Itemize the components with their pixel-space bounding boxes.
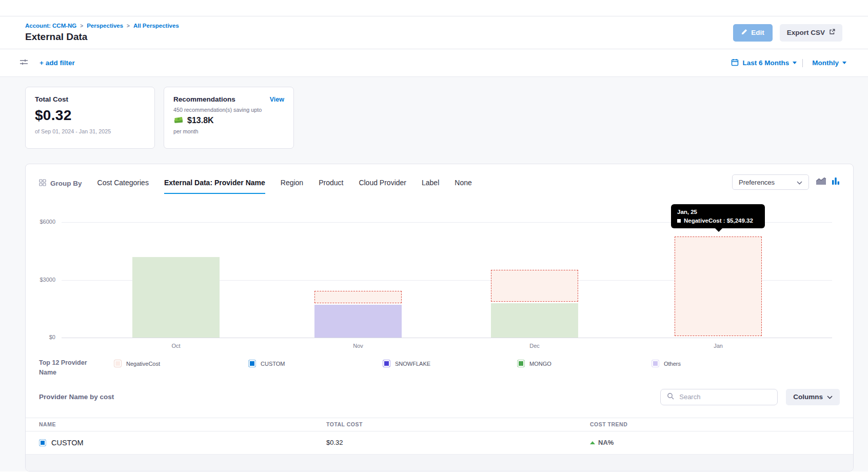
date-range-dropdown[interactable]: Last 6 Months — [742, 59, 789, 67]
bar-nov-others[interactable] — [314, 305, 402, 338]
cell-cost-trend: NA% — [590, 439, 840, 446]
time-controls: Last 6 Months Monthly — [731, 58, 846, 68]
preferences-dropdown[interactable]: Preferences — [732, 174, 809, 190]
chevron-down-icon[interactable] — [842, 62, 846, 64]
edit-button-label: Edit — [751, 29, 764, 36]
table-toolbar: Provider Name by cost Columns — [26, 378, 853, 405]
x-axis-tick: Oct — [155, 343, 196, 349]
granularity-dropdown[interactable]: Monthly — [812, 59, 839, 67]
total-cost-period: of Sep 01, 2024 - Jan 31, 2025 — [35, 128, 145, 134]
recommendations-label: Recommendations — [173, 95, 235, 103]
total-cost-value: $0.32 — [35, 107, 145, 124]
legend-item-custom[interactable]: CUSTOM — [248, 360, 383, 367]
legend-item-mongo[interactable]: MONGO — [517, 360, 652, 367]
chart-tooltip: Jan, 25 NegativeCost : $5,249.32 — [671, 204, 765, 228]
cost-chart: Jan, 25 NegativeCost : $5,249.32 $0$3000… — [26, 199, 853, 353]
table-body: CUSTOM$0.32NA% — [26, 431, 853, 455]
filter-sliders-icon[interactable] — [19, 58, 28, 68]
view-recommendations-link[interactable]: View — [270, 96, 284, 103]
tab-none[interactable]: None — [455, 179, 471, 194]
group-by-label: Group By — [39, 179, 82, 194]
chart-controls: Preferences — [732, 174, 840, 194]
content-area: Total Cost $0.32 of Sep 01, 2024 - Jan 3… — [0, 77, 868, 471]
filter-bar: + add filter Last 6 Months Monthly — [0, 49, 868, 77]
bar-jan-negativecost[interactable] — [675, 237, 762, 336]
bar-dec-mongo[interactable] — [491, 303, 578, 338]
legend-title: Top 12 Provider Name — [39, 358, 106, 378]
cell-name: CUSTOM — [39, 439, 326, 447]
export-csv-button[interactable]: Export CSV — [780, 24, 842, 42]
legend-label: SNOWFLAKE — [395, 361, 430, 367]
legend-item-snowflake[interactable]: SNOWFLAKE — [383, 360, 517, 367]
legend-swatch-icon — [248, 360, 256, 367]
y-axis-tick: $6000 — [26, 219, 55, 225]
page-title: External Data — [25, 31, 179, 43]
add-filter-button[interactable]: + add filter — [40, 59, 75, 67]
recommendations-card: Recommendations View 450 recommendation(… — [164, 87, 294, 149]
perspective-page: Account: CCM-NG>Perspectives>All Perspec… — [0, 0, 868, 472]
provider-name: CUSTOM — [51, 439, 84, 447]
header-left: Account: CCM-NG>Perspectives>All Perspec… — [25, 23, 179, 43]
search-icon — [667, 392, 674, 402]
chevron-down-icon[interactable] — [793, 62, 797, 64]
export-csv-label: Export CSV — [787, 29, 825, 36]
provider-swatch-icon — [39, 439, 46, 446]
edit-button[interactable]: Edit — [733, 24, 773, 42]
legend-label: Others — [664, 361, 681, 367]
bar-nov-negativecost[interactable] — [314, 291, 402, 303]
search-input[interactable] — [678, 392, 771, 401]
top-strip — [0, 0, 868, 16]
calendar-icon — [731, 58, 739, 68]
total-cost-card: Total Cost $0.32 of Sep 01, 2024 - Jan 3… — [25, 87, 155, 149]
legend-label: CUSTOM — [261, 361, 285, 367]
tab-region[interactable]: Region — [281, 179, 303, 194]
x-axis-tick: Dec — [514, 343, 555, 349]
x-axis-tick: Jan — [698, 343, 739, 349]
tab-product[interactable]: Product — [319, 179, 343, 194]
tooltip-series-marker — [677, 219, 681, 223]
column-header-cost-trend[interactable]: COST TREND — [590, 421, 840, 427]
bar-oct-mongo[interactable] — [132, 257, 220, 338]
pencil-icon — [741, 29, 747, 36]
legend-swatch-icon — [517, 360, 525, 367]
legend-item-others[interactable]: Others — [652, 360, 786, 367]
gridline — [62, 338, 832, 338]
column-header-total-cost[interactable]: TOTAL COST — [326, 421, 590, 427]
tab-external-data-provider-name[interactable]: External Data: Provider Name — [164, 179, 265, 194]
legend-swatch-icon — [114, 360, 122, 367]
grid-icon — [39, 179, 46, 188]
trend-value: NA% — [598, 439, 614, 446]
breadcrumb-account[interactable]: Account: CCM-NG — [25, 23, 76, 29]
tooltip-value: NegativeCost : $5,249.32 — [684, 218, 753, 224]
tab-cloud-provider[interactable]: Cloud Provider — [359, 179, 406, 194]
legend-item-negativecost[interactable]: NegativeCost — [114, 360, 248, 367]
money-icon — [173, 115, 184, 126]
bar-dec-negativecost[interactable] — [491, 270, 578, 302]
legend-label: NegativeCost — [126, 361, 160, 367]
chevron-down-icon — [797, 179, 802, 186]
tab-cost-categories[interactable]: Cost Categories — [97, 179, 149, 194]
recommendations-subtitle: 450 recommendation(s) saving upto — [173, 107, 284, 113]
header-actions: Edit Export CSV — [733, 24, 842, 42]
breadcrumb-link-perspectives[interactable]: Perspectives — [87, 23, 123, 29]
external-link-icon — [829, 29, 835, 36]
column-header-name[interactable]: NAME — [39, 421, 326, 427]
breadcrumb-link-all-perspectives[interactable]: All Perspectives — [133, 23, 179, 29]
table-row[interactable]: CUSTOM$0.32NA% — [26, 431, 853, 455]
legend-swatch-icon — [383, 360, 390, 367]
provider-cost-table: NAMETOTAL COSTCOST TREND CUSTOM$0.32NA% — [26, 418, 853, 472]
columns-button[interactable]: Columns — [786, 389, 840, 405]
tooltip-title: Jan, 25 — [677, 209, 759, 215]
total-cost-label: Total Cost — [35, 95, 145, 103]
breadcrumb-separator-icon: > — [80, 23, 83, 29]
x-axis-tick: Nov — [338, 343, 379, 349]
savings-cadence: per month — [173, 128, 284, 134]
bar-chart-icon[interactable] — [832, 177, 840, 187]
breadcrumb-separator-icon: > — [127, 23, 130, 29]
search-box[interactable] — [660, 389, 778, 405]
tab-label[interactable]: Label — [422, 179, 439, 194]
breadcrumb: Account: CCM-NG>Perspectives>All Perspec… — [25, 23, 179, 29]
table-cutoff-row — [26, 455, 853, 472]
area-chart-icon[interactable] — [816, 177, 826, 187]
columns-label: Columns — [793, 393, 823, 401]
